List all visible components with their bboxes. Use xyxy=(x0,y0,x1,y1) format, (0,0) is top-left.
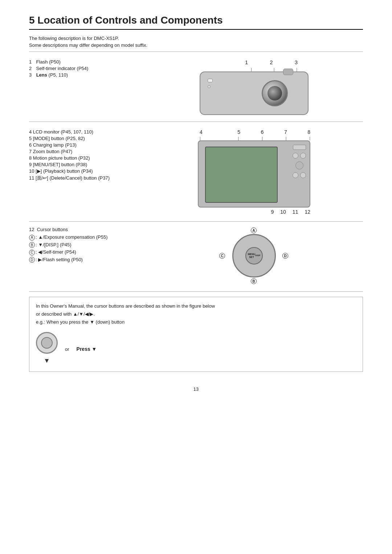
mid-items-list: 4 LCD monitor (P45, 107, 110) 5 [MODE] b… xyxy=(29,129,145,181)
list-item: 3 Lens (P5, 110) xyxy=(29,72,145,78)
info-line2: or described with ▲/▼/◀/▶. xyxy=(36,310,356,318)
down-arrow: ▼ xyxy=(44,355,50,366)
cam-num-5: 5 xyxy=(237,129,240,135)
dpad-outer: A B C D MENUSETDISP xyxy=(218,227,290,285)
mid-number-row-bottom: 9 10 11 12 xyxy=(198,209,310,215)
cam-num-4: 4 xyxy=(200,129,203,135)
dpad-label-b: B xyxy=(251,278,257,284)
list-item: C: ◀/Self-timer (P54) xyxy=(29,249,145,255)
cam-num-11: 11 xyxy=(293,209,298,215)
list-item: B: ▼/[DISP.] (P45) xyxy=(29,242,145,248)
right-buttons xyxy=(293,145,306,178)
list-item: 11 [面/↩] (Delete/Cancel) button (P37) xyxy=(29,175,145,181)
list-item: 9 [MENU/SET] button (P38) xyxy=(29,162,145,167)
shutter-button xyxy=(283,69,293,75)
dpad-small-diagram xyxy=(36,332,58,354)
cursor-dpad-diagram: A B C D MENUSETDISP xyxy=(145,227,363,285)
list-item: 8 Motion picture button (P32) xyxy=(29,155,145,161)
cursor-section: 12 Cursor buttons A: ▲/Exposure compensa… xyxy=(29,227,363,292)
cam-num-2: 2 xyxy=(270,59,273,65)
subtitle-1: The following description is for DMC-XS1… xyxy=(29,36,363,41)
info-line1: In this Owner's Manual, the cursor butto… xyxy=(36,302,356,310)
zoom-btn xyxy=(293,145,306,150)
mid-camera-diagram: 4 5 6 7 8 ||||| xyxy=(145,126,363,215)
cursor-items-list: A: ▲/Exposure compensation (P55) B: ▼/[D… xyxy=(29,234,145,263)
press-label: Press ▼ xyxy=(77,345,97,354)
press-row: ▼ or Press ▼ xyxy=(36,332,356,366)
dpad-label-d: D xyxy=(282,253,289,259)
cam-num-12: 12 xyxy=(305,209,310,215)
lens-component xyxy=(262,80,288,106)
list-item: 10 [▶] (Playback) button (P34) xyxy=(29,168,145,174)
btn-row xyxy=(293,153,306,159)
mid-tick-top: ||||| xyxy=(198,136,310,140)
list-item: 6 Charging lamp (P13) xyxy=(29,142,145,148)
mid-labels: 4 LCD monitor (P45, 107, 110) 5 [MODE] b… xyxy=(29,126,145,215)
playback-btn xyxy=(293,172,298,178)
list-item: 1 Flash (P50) xyxy=(29,59,145,65)
camera-top-view xyxy=(200,71,309,115)
cam-num-3: 3 xyxy=(295,59,298,65)
mode-btn xyxy=(293,153,298,159)
cam-num-1: 1 xyxy=(245,59,248,65)
info-line3: e.g.: When you press the ▼ (down) button xyxy=(36,318,356,326)
dpad-ring: MENUSETDISP xyxy=(232,234,276,278)
flash-component xyxy=(208,79,213,82)
list-item: A: ▲/Exposure compensation (P55) xyxy=(29,234,145,241)
page-title: 5 Location of Controls and Components xyxy=(29,15,363,30)
list-item: D: ▶/Flash setting (P50) xyxy=(29,257,145,263)
mid-section: 4 LCD monitor (P45, 107, 110) 5 [MODE] b… xyxy=(29,126,363,222)
list-item: 4 LCD monitor (P45, 107, 110) xyxy=(29,129,145,135)
dpad-inner-circle xyxy=(41,337,53,349)
page-number: 13 xyxy=(29,386,363,392)
top-camera-diagram: 1 2 3 | | | xyxy=(145,56,363,115)
subtitle-2: Some descriptions may differ depending o… xyxy=(29,42,363,48)
mid-number-row-top: 4 5 6 7 8 xyxy=(198,129,310,135)
lens-inner xyxy=(268,86,282,100)
camera-back-view xyxy=(198,140,310,208)
self-timer-indicator xyxy=(208,85,211,88)
or-label: or xyxy=(65,345,69,353)
dpad-label-a: A xyxy=(251,227,257,233)
cam-num-6: 6 xyxy=(261,129,264,135)
top-labels: 1 Flash (P50) 2 Self-timer indicator (P5… xyxy=(29,56,145,115)
top-number-row: 1 2 3 xyxy=(200,59,309,65)
cam-num-7: 7 xyxy=(284,129,287,135)
dpad-center: MENUSETDISP xyxy=(245,247,263,264)
cam-num-10: 10 xyxy=(280,209,286,215)
motion-btn xyxy=(300,153,306,159)
delete-btn xyxy=(300,172,306,178)
top-items-list: 1 Flash (P50) 2 Self-timer indicator (P5… xyxy=(29,59,145,78)
cursor-labels: 12 Cursor buttons A: ▲/Exposure compensa… xyxy=(29,227,145,285)
cam-num-8: 8 xyxy=(307,129,310,135)
list-item: 5 [MODE] button (P25, 82) xyxy=(29,136,145,141)
button-diagram: ▼ xyxy=(36,332,58,366)
info-box: In this Owner's Manual, the cursor butto… xyxy=(29,297,363,372)
dpad-label-c: C xyxy=(219,253,226,259)
cursor-title: 12 Cursor buttons xyxy=(29,227,145,232)
btn-row-2 xyxy=(293,172,306,178)
list-item: 2 Self-timer indicator (P54) xyxy=(29,66,145,71)
cam-num-9: 9 xyxy=(271,209,274,215)
list-item: 7 Zoom button (P47) xyxy=(29,149,145,154)
menu-set-btn xyxy=(295,161,303,169)
lcd-screen xyxy=(205,147,278,203)
top-section: 1 Flash (P50) 2 Self-timer indicator (P5… xyxy=(29,56,363,122)
